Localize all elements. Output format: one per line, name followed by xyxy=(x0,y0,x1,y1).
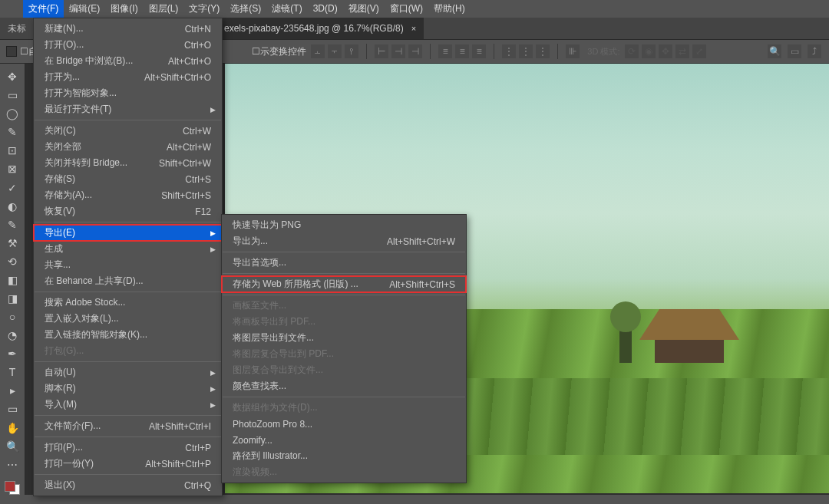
menu-item[interactable]: 导入(M)▶ xyxy=(34,397,222,413)
menu-item[interactable]: 打印一份(Y)Alt+Shift+Ctrl+P xyxy=(34,456,222,472)
menu-file[interactable]: 文件(F) xyxy=(23,0,64,18)
menu-layer[interactable]: 图层(L) xyxy=(144,0,184,18)
menu-item[interactable]: 存储为 Web 所用格式 (旧版) ...Alt+Shift+Ctrl+S xyxy=(222,276,466,292)
3d-zoom-icon[interactable]: ⤢ xyxy=(692,44,706,58)
path-select-tool-icon[interactable]: ▸ xyxy=(3,382,21,399)
type-tool-icon[interactable]: T xyxy=(3,364,21,380)
menu-3d[interactable]: 3D(D) xyxy=(308,0,343,18)
edit-toolbar-icon[interactable]: ⋯ xyxy=(3,456,21,473)
menu-edit[interactable]: 编辑(E) xyxy=(64,0,105,18)
eraser-tool-icon[interactable]: ◧ xyxy=(3,272,21,288)
menu-item[interactable]: 打开为...Alt+Shift+Ctrl+O xyxy=(34,69,222,85)
menu-item[interactable]: PhotoZoom Pro 8... xyxy=(222,416,466,432)
align-hcenter-icon[interactable]: ⊣ xyxy=(391,44,405,58)
move-tool-icon[interactable] xyxy=(6,46,17,57)
align-right-icon[interactable]: ⊣ xyxy=(408,44,422,58)
menu-item[interactable]: 导出为...Alt+Shift+Ctrl+W xyxy=(222,233,466,249)
menu-item[interactable]: 打开为智能对象... xyxy=(34,85,222,101)
marquee-tool-icon[interactable]: ▭ xyxy=(3,87,21,104)
crop-tool-icon[interactable]: ⊡ xyxy=(3,142,21,159)
menu-item[interactable]: 文件简介(F)...Alt+Shift+Ctrl+I xyxy=(34,418,222,434)
heal-tool-icon[interactable]: ◐ xyxy=(3,198,21,215)
menu-item[interactable]: 置入链接的智能对象(K)... xyxy=(34,327,222,343)
menu-item[interactable]: Zoomify... xyxy=(222,432,466,448)
3d-slide-icon[interactable]: ⇄ xyxy=(675,44,689,58)
share-icon[interactable]: ⤴ xyxy=(808,44,821,58)
menu-item[interactable]: 关闭并转到 Bridge...Shift+Ctrl+W xyxy=(34,155,222,171)
distribute-1-icon[interactable]: ≡ xyxy=(438,44,452,58)
tab-close-icon[interactable]: × xyxy=(411,24,416,33)
menu-item[interactable]: 退出(X)Ctrl+Q xyxy=(34,477,222,493)
lasso-tool-icon[interactable]: ◯ xyxy=(3,105,21,122)
fg-color-icon[interactable] xyxy=(5,481,15,492)
menu-item[interactable]: 共享... xyxy=(34,257,222,273)
menu-select[interactable]: 选择(S) xyxy=(225,0,266,18)
menu-item[interactable]: 置入嵌入对象(L)... xyxy=(34,311,222,327)
distribute-4-icon[interactable]: ⋮ xyxy=(502,44,516,58)
brush-tool-icon[interactable]: ✎ xyxy=(3,216,21,233)
checkbox-auto-select[interactable]: ☐ xyxy=(20,46,28,57)
tab-active[interactable]: exels-pixabay-235648.jpg @ 16.7%(RGB/8) … xyxy=(216,18,424,39)
eyedropper-tool-icon[interactable]: ✓ xyxy=(3,179,21,196)
move-tool-icon[interactable]: ✥ xyxy=(3,68,21,85)
menu-item[interactable]: 脚本(R)▶ xyxy=(34,380,222,397)
menu-item[interactable]: 路径到 Illustrator... xyxy=(222,448,466,464)
zoom-tool-icon[interactable]: 🔍 xyxy=(3,438,21,455)
align-vcenter-icon[interactable]: ⫟ xyxy=(328,44,342,58)
menu-item[interactable]: 导出(E)▶ xyxy=(34,225,222,241)
frames-icon[interactable]: ▭ xyxy=(788,44,801,58)
menu-item[interactable]: 存储为(A)...Shift+Ctrl+S xyxy=(34,187,222,203)
menu-view[interactable]: 视图(V) xyxy=(343,0,385,18)
menu-item[interactable]: 存储(S)Ctrl+S xyxy=(34,171,222,187)
search-icon[interactable]: 🔍 xyxy=(768,44,781,58)
menu-item[interactable]: 关闭全部Alt+Ctrl+W xyxy=(34,139,222,155)
menu-item[interactable]: 恢复(V)F12 xyxy=(34,203,222,219)
menu-filter[interactable]: 滤镜(T) xyxy=(266,0,307,18)
align-top-icon[interactable]: ⫠ xyxy=(311,44,325,58)
menu-item[interactable]: 快速导出为 PNG xyxy=(222,217,466,233)
gradient-tool-icon[interactable]: ◨ xyxy=(3,290,21,307)
dodge-tool-icon[interactable]: ◔ xyxy=(3,327,21,344)
menu-item-label: 关闭全部 xyxy=(45,140,81,153)
menu-item[interactable]: 打开(O)...Ctrl+O xyxy=(34,37,222,53)
menu-window[interactable]: 窗口(W) xyxy=(385,0,428,18)
pen-tool-icon[interactable]: ✒ xyxy=(3,345,21,362)
align-left-icon[interactable]: ⊢ xyxy=(375,44,388,58)
tab-unsaved[interactable]: 未标 xyxy=(2,22,32,35)
distribute-5-icon[interactable]: ⋮ xyxy=(519,44,533,58)
distribute-2-icon[interactable]: ≡ xyxy=(455,44,469,58)
quick-select-tool-icon[interactable]: ✎ xyxy=(3,124,21,140)
menu-type[interactable]: 文字(Y) xyxy=(183,0,225,18)
3d-roll-icon[interactable]: ◉ xyxy=(642,44,656,58)
menu-help[interactable]: 帮助(H) xyxy=(428,0,471,18)
distribute-6-icon[interactable]: ⋮ xyxy=(536,44,550,58)
menu-item[interactable]: 搜索 Adobe Stock... xyxy=(34,295,222,311)
menu-image[interactable]: 图像(I) xyxy=(105,0,143,18)
menu-item[interactable]: 颜色查找表... xyxy=(222,378,466,394)
menu-item[interactable]: 自动(U)▶ xyxy=(34,364,222,380)
menu-item[interactable]: 将图层导出到文件... xyxy=(222,330,466,346)
blur-tool-icon[interactable]: ○ xyxy=(3,308,21,325)
checkbox-show-controls[interactable]: ☐ xyxy=(252,46,260,57)
menu-item-label: 关闭(C) xyxy=(45,124,76,137)
menu-item[interactable]: 关闭(C)Ctrl+W xyxy=(34,123,222,139)
menu-item[interactable]: 生成▶ xyxy=(34,241,222,257)
menu-item[interactable]: 打印(P)...Ctrl+P xyxy=(34,440,222,456)
frame-tool-icon[interactable]: ⊠ xyxy=(3,160,21,177)
align-bottom-icon[interactable]: ⫯ xyxy=(345,44,358,58)
menu-item[interactable]: 新建(N)...Ctrl+N xyxy=(34,21,222,37)
3d-orbit-icon[interactable]: ⟳ xyxy=(625,44,639,58)
menu-item[interactable]: 导出首选项... xyxy=(222,255,466,271)
separator xyxy=(557,44,558,59)
menu-item[interactable]: 在 Behance 上共享(D)... xyxy=(34,273,222,289)
hand-tool-icon[interactable]: ✋ xyxy=(3,419,21,436)
3d-pan-icon[interactable]: ✥ xyxy=(659,44,672,58)
stamp-tool-icon[interactable]: ⚒ xyxy=(3,235,21,252)
distribute-3-icon[interactable]: ≡ xyxy=(472,44,486,58)
menu-item[interactable]: 最近打开文件(T)▶ xyxy=(34,101,222,117)
shape-tool-icon[interactable]: ▭ xyxy=(3,400,21,417)
color-swatch[interactable] xyxy=(5,481,20,495)
history-brush-tool-icon[interactable]: ⟲ xyxy=(3,253,21,270)
menu-item[interactable]: 在 Bridge 中浏览(B)...Alt+Ctrl+O xyxy=(34,53,222,69)
distribute-7-icon[interactable]: ⊪ xyxy=(566,44,580,58)
